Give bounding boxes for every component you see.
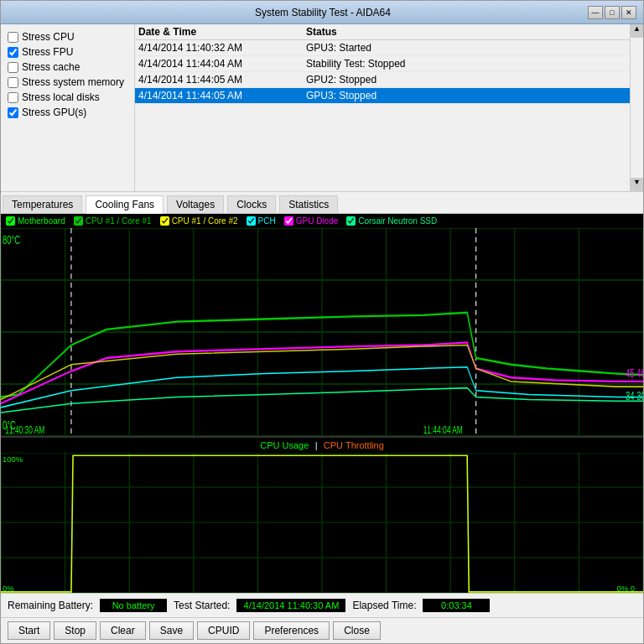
chart-legend: MotherboardCPU #1 / Core #1CPU #1 / Core… bbox=[1, 214, 643, 228]
elapsed-label: Elapsed Time: bbox=[352, 600, 416, 611]
legend-label-0: Motherboard bbox=[18, 216, 65, 226]
log-row[interactable]: 4/14/2014 11:44:05 AMGPU3: Stopped bbox=[135, 88, 630, 104]
cpu-throttling-label: CPU Throttling bbox=[324, 440, 384, 450]
tab-cooling-fans[interactable]: Cooling Fans bbox=[86, 195, 164, 214]
preferences-button[interactable]: Preferences bbox=[253, 621, 330, 640]
log-cell-status: GPU2: Stopped bbox=[306, 74, 626, 86]
separator: | bbox=[315, 440, 318, 450]
stress-checkbox-5[interactable] bbox=[8, 107, 18, 118]
legend-item-5: Corsair Neutron SSD bbox=[346, 216, 437, 226]
legend-checkbox-0[interactable] bbox=[6, 216, 15, 226]
legend-item-4: GPU Diode bbox=[284, 216, 339, 226]
window-controls: — □ ✕ bbox=[588, 6, 636, 19]
started-value: 4/14/2014 11:40:30 AM bbox=[236, 599, 345, 612]
stress-option-4: Stress local disks bbox=[8, 91, 127, 103]
cpu-chart-area: 100% 0% 0% 0 bbox=[1, 453, 643, 593]
log-cell-status: Stability Test: Stopped bbox=[306, 58, 626, 70]
stress-option-1: Stress FPU bbox=[8, 46, 127, 58]
legend-label-3: PCH bbox=[258, 216, 276, 226]
maximize-button[interactable]: □ bbox=[605, 6, 620, 19]
close-button[interactable]: Close bbox=[333, 621, 381, 640]
save-button[interactable]: Save bbox=[149, 621, 194, 640]
tab-statistics[interactable]: Statistics bbox=[279, 195, 338, 213]
svg-text:11:44:04 AM: 11:44:04 AM bbox=[423, 423, 463, 435]
stress-label-1: Stress FPU bbox=[22, 46, 73, 58]
log-cell-datetime: 4/14/2014 11:44:04 AM bbox=[138, 58, 306, 70]
stop-button[interactable]: Stop bbox=[54, 621, 96, 640]
legend-checkbox-2[interactable] bbox=[160, 216, 169, 226]
legend-label-5: Corsair Neutron SSD bbox=[358, 216, 437, 226]
clear-button[interactable]: Clear bbox=[100, 621, 146, 640]
start-button[interactable]: Start bbox=[8, 621, 50, 640]
stress-options-panel: Stress CPUStress FPUStress cacheStress s… bbox=[1, 24, 135, 191]
window-content: Stress CPUStress FPUStress cacheStress s… bbox=[1, 24, 643, 643]
svg-text:0% 0: 0% 0 bbox=[617, 584, 636, 593]
cpuid-button[interactable]: CPUID bbox=[197, 621, 250, 640]
cpu-usage-chart: CPU Usage | CPU Throttling bbox=[1, 438, 643, 593]
window-title: System Stability Test - AIDA64 bbox=[58, 7, 588, 18]
legend-item-2: CPU #1 / Core #2 bbox=[160, 216, 238, 226]
cpu-usage-label: CPU Usage bbox=[260, 440, 309, 450]
legend-item-0: Motherboard bbox=[6, 216, 65, 226]
stress-label-3: Stress system memory bbox=[22, 76, 124, 88]
stress-option-0: Stress CPU bbox=[8, 31, 127, 43]
tab-temperatures[interactable]: Temperatures bbox=[3, 195, 82, 213]
log-row[interactable]: 4/14/2014 11:40:32 AMGPU3: Started bbox=[135, 40, 630, 56]
cpu-chart-title: CPU Usage | CPU Throttling bbox=[1, 438, 643, 453]
svg-text:80°C: 80°C bbox=[3, 233, 20, 247]
stress-checkbox-1[interactable] bbox=[8, 47, 18, 58]
elapsed-value: 0:03:34 bbox=[423, 599, 490, 612]
tab-clocks[interactable]: Clocks bbox=[227, 195, 276, 213]
legend-checkbox-1[interactable] bbox=[74, 216, 83, 226]
minimize-button[interactable]: — bbox=[588, 6, 603, 19]
stress-label-0: Stress CPU bbox=[22, 31, 75, 43]
stress-checkbox-0[interactable] bbox=[8, 32, 18, 43]
status-bar: Remaining Battery: No battery Test Start… bbox=[1, 593, 643, 617]
charts-area: MotherboardCPU #1 / Core #1CPU #1 / Core… bbox=[1, 214, 643, 593]
stress-label-5: Stress GPU(s) bbox=[22, 106, 86, 118]
legend-label-1: CPU #1 / Core #1 bbox=[86, 216, 152, 226]
log-cell-datetime: 4/14/2014 11:44:05 AM bbox=[138, 90, 306, 101]
stress-checkbox-2[interactable] bbox=[8, 62, 18, 73]
chart-area: 80°C 0°C 11:40:30 AM 11:44:04 AM 45 46 3… bbox=[1, 228, 643, 436]
log-cell-status: GPU3: Started bbox=[306, 42, 626, 54]
log-scrollbar[interactable]: ▲ ▼ bbox=[630, 24, 643, 191]
log-panel: Date & Time Status 4/14/2014 11:40:32 AM… bbox=[135, 24, 630, 191]
svg-text:100%: 100% bbox=[3, 454, 23, 464]
stress-option-5: Stress GPU(s) bbox=[8, 106, 127, 118]
tab-voltages[interactable]: Voltages bbox=[167, 195, 224, 213]
legend-checkbox-5[interactable] bbox=[346, 216, 356, 226]
main-window: System Stability Test - AIDA64 — □ ✕ Str… bbox=[0, 0, 644, 644]
close-button[interactable]: ✕ bbox=[621, 6, 636, 19]
cpu-usage-svg: 100% 0% 0% 0 bbox=[1, 453, 643, 593]
temperature-chart: MotherboardCPU #1 / Core #1CPU #1 / Core… bbox=[1, 214, 643, 438]
log-row[interactable]: 4/14/2014 11:44:04 AMStability Test: Sto… bbox=[135, 56, 630, 72]
stress-option-3: Stress system memory bbox=[8, 76, 127, 88]
battery-label: Remaining Battery: bbox=[8, 600, 93, 611]
legend-checkbox-3[interactable] bbox=[247, 216, 256, 226]
stress-label-4: Stress local disks bbox=[22, 91, 100, 103]
log-body[interactable]: 4/14/2014 11:40:32 AMGPU3: Started4/14/2… bbox=[135, 40, 630, 170]
stress-option-2: Stress cache bbox=[8, 61, 127, 73]
svg-text:34 30: 34 30 bbox=[626, 389, 643, 402]
legend-label-2: CPU #1 / Core #2 bbox=[172, 216, 238, 226]
stress-label-2: Stress cache bbox=[22, 61, 80, 73]
legend-label-4: GPU Diode bbox=[296, 216, 339, 226]
svg-text:0%: 0% bbox=[3, 584, 14, 593]
log-header: Date & Time Status bbox=[135, 24, 630, 40]
log-row[interactable]: 4/14/2014 11:44:05 AMGPU2: Stopped bbox=[135, 72, 630, 88]
stress-checkbox-3[interactable] bbox=[8, 77, 18, 88]
stress-checkbox-4[interactable] bbox=[8, 92, 18, 103]
started-label: Test Started: bbox=[174, 600, 230, 611]
tabs-bar: TemperaturesCooling FansVoltagesClocksSt… bbox=[1, 192, 643, 214]
top-section: Stress CPUStress FPUStress cacheStress s… bbox=[1, 24, 643, 192]
svg-text:45 46: 45 46 bbox=[626, 366, 643, 380]
legend-checkbox-4[interactable] bbox=[284, 216, 293, 226]
log-cell-status: GPU3: Stopped bbox=[306, 90, 626, 101]
legend-item-1: CPU #1 / Core #1 bbox=[74, 216, 152, 226]
titlebar: System Stability Test - AIDA64 — □ ✕ bbox=[1, 1, 643, 24]
action-buttons: StartStopClearSaveCPUIDPreferencesClose bbox=[1, 617, 643, 643]
log-cell-datetime: 4/14/2014 11:40:32 AM bbox=[138, 42, 306, 54]
log-header-status: Status bbox=[306, 26, 626, 38]
legend-item-3: PCH bbox=[247, 216, 276, 226]
